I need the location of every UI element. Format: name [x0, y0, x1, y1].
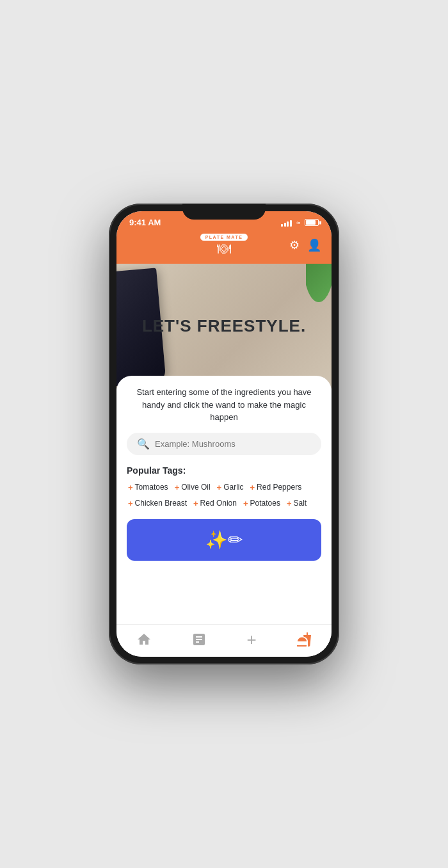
tag-label: Chicken Breast [135, 499, 187, 508]
app-header: PLATE MATE 🍽 ⚙ 👤 [116, 231, 332, 264]
content-card: Start entering some of the ingredients y… [116, 376, 332, 624]
tag-label: Salt [294, 499, 307, 508]
tag-item[interactable]: +Chicken Breast [127, 497, 188, 510]
tag-item[interactable]: +Salt [285, 497, 308, 510]
phone-screen: 9:41 AM ≈ PLATE MATE 🍽 ⚙ 👤 [116, 211, 332, 657]
list-icon [191, 632, 207, 647]
popular-tags-title: Popular Tags: [127, 465, 321, 476]
home-icon [136, 632, 152, 647]
hero-area: LET'S FREESTYLE. [116, 264, 332, 389]
tag-item[interactable]: +Red Onion [192, 497, 238, 510]
brand-name: PLATE MATE [200, 234, 248, 241]
status-time: 9:41 AM [129, 218, 161, 227]
magic-wand-icon: ✨✏ [205, 529, 243, 551]
status-icons: ≈ [281, 219, 319, 227]
wifi-icon: ≈ [296, 219, 300, 227]
battery-icon [305, 219, 319, 226]
fork-knife-icon [296, 632, 312, 647]
phone-frame: 9:41 AM ≈ PLATE MATE 🍽 ⚙ 👤 [109, 204, 339, 664]
header-actions: ⚙ 👤 [289, 238, 321, 252]
signal-icon [281, 219, 292, 227]
bottom-nav: + [116, 624, 332, 657]
settings-button[interactable]: ⚙ [289, 238, 300, 252]
profile-button[interactable]: 👤 [307, 238, 321, 252]
tag-item[interactable]: +Olive Oil [173, 481, 212, 494]
tags-grid: +Tomatoes+Olive Oil+Garlic+Red Peppers+C… [127, 481, 321, 510]
notch [182, 204, 266, 220]
tag-plus-icon: + [243, 499, 248, 508]
tag-label: Red Peppers [257, 483, 301, 492]
tag-plus-icon: + [128, 483, 133, 492]
tag-plus-icon: + [128, 499, 133, 508]
nav-list[interactable] [191, 632, 207, 647]
tag-item[interactable]: +Potatoes [242, 497, 282, 510]
tag-item[interactable]: +Red Peppers [249, 481, 303, 494]
tag-item[interactable]: +Tomatoes [127, 481, 170, 494]
search-icon: 🔍 [137, 438, 150, 450]
tag-plus-icon: + [193, 499, 198, 508]
nav-home[interactable] [136, 632, 152, 647]
popular-tags-section: Popular Tags: +Tomatoes+Olive Oil+Garlic… [127, 465, 321, 510]
hero-headline: LET'S FREESTYLE. [142, 316, 306, 336]
search-bar[interactable]: 🔍 [127, 433, 321, 455]
tag-plus-icon: + [175, 483, 180, 492]
brand-logo: PLATE MATE 🍽 [200, 234, 248, 256]
tag-label: Garlic [223, 483, 243, 492]
tag-label: Tomatoes [135, 483, 168, 492]
tag-item[interactable]: +Garlic [216, 481, 245, 494]
tag-label: Potatoes [250, 499, 280, 508]
add-icon: + [247, 631, 257, 648]
tag-plus-icon: + [250, 483, 255, 492]
brand-icon: 🍽 [217, 242, 231, 256]
tag-label: Olive Oil [181, 483, 210, 492]
magic-wand-button[interactable]: ✨✏ [127, 519, 321, 561]
instruction-text: Start entering some of the ingredients y… [127, 386, 321, 424]
nav-add[interactable]: + [247, 631, 257, 648]
nav-freestyle[interactable] [296, 632, 312, 647]
search-input[interactable] [155, 439, 311, 449]
tag-plus-icon: + [217, 483, 222, 492]
tag-plus-icon: + [287, 499, 292, 508]
tag-label: Red Onion [200, 499, 237, 508]
